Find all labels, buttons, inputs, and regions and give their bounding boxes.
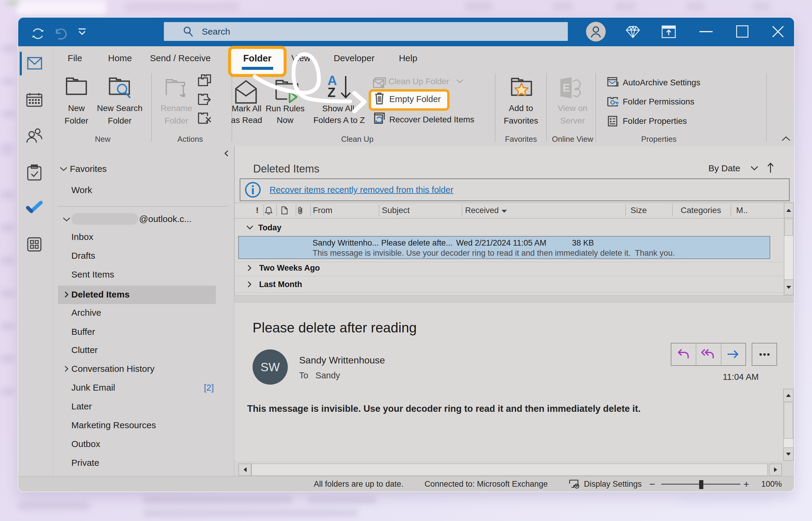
svg-text:E: E (563, 82, 570, 94)
